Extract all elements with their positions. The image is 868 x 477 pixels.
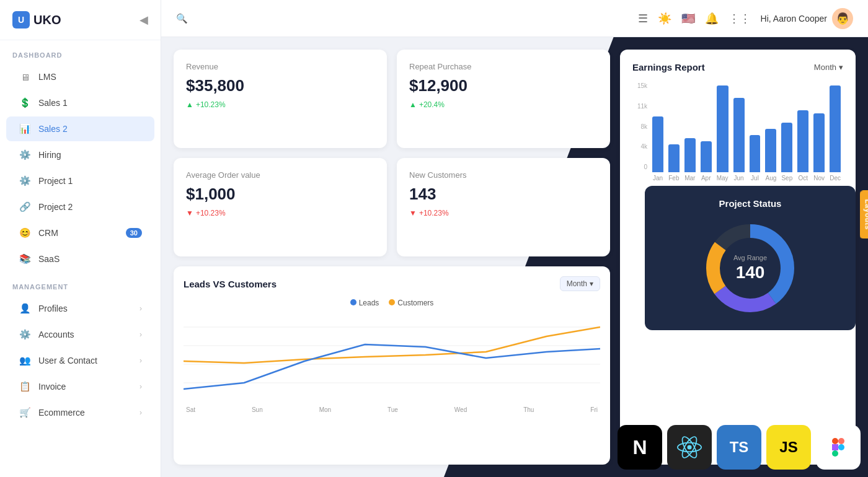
- lms-icon: 🖥: [19, 71, 31, 83]
- stat-card-repeat-purchase: Repeat Purchase $12,900 ▲ +20.4%: [397, 50, 610, 148]
- donut-chart: Avg Range 140: [701, 219, 800, 318]
- layouts-tab[interactable]: Layouts: [860, 190, 868, 239]
- tech-icon-figma[interactable]: [816, 425, 861, 470]
- user-info[interactable]: Hi, Aaron Cooper 👨: [761, 8, 853, 29]
- project-status-card: Project Status Avg Range 140: [645, 186, 856, 330]
- logo-icon: U: [12, 11, 30, 28]
- bar-month-label: May: [717, 175, 728, 182]
- chevron-right-icon: ›: [140, 356, 142, 365]
- sidebar-item-user-contact[interactable]: 👥 User & Contact ›: [6, 348, 154, 373]
- sidebar-item-label: CRM: [38, 228, 58, 238]
- sidebar-item-saas[interactable]: 📚 SaaS: [6, 247, 154, 271]
- bar-month-label: Sep: [781, 175, 792, 182]
- tech-icon-react[interactable]: [667, 425, 712, 470]
- legend-customers: Customers: [389, 299, 433, 307]
- sidebar-item-profiles[interactable]: 👤 Profiles ›: [6, 296, 154, 321]
- arrow-up-icon: ▲: [186, 100, 193, 109]
- avatar: 👨: [832, 8, 853, 29]
- hiring-icon: ⚙️: [19, 149, 31, 161]
- sidebar-item-sales2[interactable]: 📊 Sales 2: [6, 116, 154, 141]
- x-label-sun: Sun: [252, 406, 263, 413]
- app-logo[interactable]: U UKO: [12, 11, 61, 28]
- donut-center: Avg Range 140: [733, 254, 767, 282]
- sidebar-item-ecommerce[interactable]: 🛒 Ecommerce ›: [6, 400, 154, 425]
- bar-month-label: Mar: [684, 175, 695, 182]
- tech-icon-typescript[interactable]: TS: [717, 425, 761, 470]
- sidebar: U UKO ◀ DASHBOARD 🖥 LMS 💲 Sales 1 📊 Sale…: [0, 0, 161, 477]
- apps-icon[interactable]: ⋮⋮: [728, 12, 751, 25]
- notification-icon[interactable]: 🔔: [705, 12, 719, 25]
- arrow-down-icon: ▼: [186, 209, 193, 217]
- sidebar-item-project2[interactable]: 🔗 Project 2: [6, 195, 154, 219]
- stat-change: ▲ +10.23%: [186, 100, 374, 109]
- sidebar-item-label: SaaS: [38, 254, 60, 264]
- sidebar-item-lms[interactable]: 🖥 LMS: [6, 64, 154, 89]
- donut-value: 140: [733, 263, 767, 282]
- svg-rect-12: [832, 438, 838, 444]
- bar-month-label: Oct: [798, 175, 808, 182]
- line-chart-svg: [184, 315, 600, 401]
- tech-icon-javascript[interactable]: JS: [766, 425, 811, 470]
- management-section-label: MANAGEMENT: [0, 272, 161, 295]
- stat-value: $1,000: [186, 185, 374, 204]
- month-selector[interactable]: Month ▾: [814, 63, 843, 72]
- bar-month-label: Jul: [751, 175, 759, 182]
- sidebar-logo: U UKO ◀: [0, 0, 161, 40]
- stat-label: Average Order value: [186, 170, 374, 180]
- bar-col: Apr: [701, 141, 712, 182]
- sidebar-item-hiring[interactable]: ⚙️ Hiring: [6, 142, 154, 167]
- bar-col: Jul: [750, 135, 761, 182]
- chevron-down-icon: ▾: [590, 279, 593, 288]
- earnings-title: Earnings Report: [632, 62, 705, 72]
- dashboard-section-label: DASHBOARD: [0, 40, 161, 64]
- theme-icon[interactable]: ☀️: [658, 12, 671, 25]
- chevron-right-icon: ›: [140, 408, 142, 417]
- project1-icon: ⚙️: [19, 175, 31, 187]
- x-label-wed: Wed: [454, 406, 467, 413]
- stat-change: ▼ +10.23%: [409, 209, 598, 217]
- arrow-down-icon: ▼: [409, 209, 417, 217]
- bar: [813, 113, 825, 172]
- figma-logo-icon: [826, 435, 850, 459]
- sidebar-item-sales1[interactable]: 💲 Sales 1: [6, 90, 154, 115]
- sidebar-item-accounts[interactable]: ⚙️ Accounts ›: [6, 322, 154, 347]
- chevron-right-icon: ›: [140, 330, 142, 339]
- bar-col: Jan: [652, 116, 663, 182]
- menu-icon[interactable]: ☰: [638, 12, 648, 25]
- bar-month-label: Feb: [668, 175, 679, 182]
- stat-value: 143: [409, 185, 598, 204]
- bar: [668, 144, 680, 172]
- leads-month-selector[interactable]: Month ▾: [560, 276, 600, 291]
- svg-rect-14: [832, 444, 838, 450]
- header: 🔍 ☰ ☀️ 🇺🇸 🔔 ⋮⋮ Hi, Aaron Cooper 👨: [161, 0, 868, 37]
- x-label-sat: Sat: [186, 406, 195, 413]
- bar: [652, 116, 663, 172]
- sidebar-item-label: Invoice: [38, 382, 66, 392]
- stat-card-revenue: Revenue $35,800 ▲ +10.23%: [174, 50, 387, 148]
- chevron-right-icon: ›: [140, 304, 142, 313]
- x-label-mon: Mon: [319, 406, 331, 413]
- bar: [830, 85, 841, 172]
- bar: [781, 123, 792, 172]
- search-box[interactable]: 🔍: [176, 13, 188, 24]
- avg-label: Avg Range: [733, 254, 767, 261]
- collapse-button[interactable]: ◀: [140, 13, 148, 27]
- sidebar-item-crm[interactable]: 😊 CRM 30: [6, 221, 154, 245]
- sidebar-item-label: Ecommerce: [38, 408, 85, 418]
- sales2-icon: 📊: [19, 123, 31, 135]
- stat-value: $12,900: [409, 76, 598, 95]
- x-label-tue: Tue: [388, 406, 398, 413]
- sidebar-item-project1[interactable]: ⚙️ Project 1: [6, 168, 154, 193]
- content-area: Revenue $35,800 ▲ +10.23% Repeat Purchas…: [161, 37, 868, 477]
- sidebar-item-invoice[interactable]: 📋 Invoice ›: [6, 374, 154, 399]
- project-status-title: Project Status: [719, 198, 782, 209]
- bar-chart: 15k 11k 8k 4k 0 JanFebMarAprMayJunJulAug…: [632, 82, 843, 182]
- stat-change: ▲ +20.4%: [409, 100, 598, 109]
- tech-icon-nextjs[interactable]: N: [618, 425, 662, 470]
- chart-legend: Leads Customers: [184, 299, 600, 307]
- stat-label: Revenue: [186, 62, 374, 71]
- stat-label: Repeat Purchase: [409, 62, 598, 71]
- ecommerce-icon: 🛒: [19, 406, 31, 419]
- flag-icon[interactable]: 🇺🇸: [681, 12, 695, 25]
- sidebar-item-label: Project 1: [38, 176, 73, 186]
